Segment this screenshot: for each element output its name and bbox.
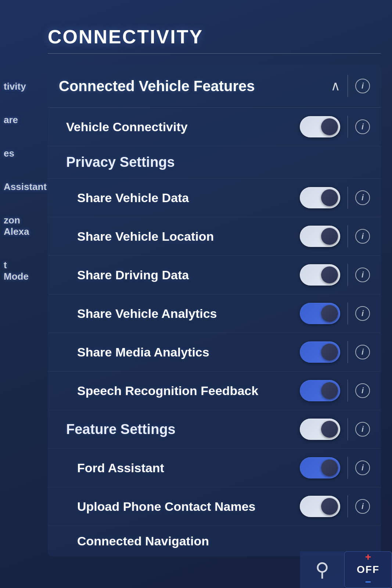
info-icon-ford-assistant[interactable]: i [355, 460, 370, 475]
row-share-vehicle-analytics: Share Vehicle Analytics i [48, 294, 381, 333]
minus-icon: − [365, 577, 371, 587]
row-feature-settings-header: Feature Settings i [48, 410, 381, 449]
steering-wheel-icon: ⚲ [315, 559, 329, 581]
info-icon-share-media-analytics[interactable]: i [355, 345, 370, 359]
toggle-knob [321, 305, 338, 322]
v-divider [348, 341, 348, 363]
info-icon-feature-settings[interactable]: i [355, 422, 370, 437]
v-divider [348, 225, 348, 247]
chevron-up-icon[interactable]: ∧ [331, 78, 340, 94]
toggle-knob [321, 189, 338, 206]
off-button[interactable]: + OFF − [344, 551, 392, 588]
controls-speech-recognition-feedback: i [300, 380, 370, 402]
toggle-speech-recognition-feedback[interactable] [300, 380, 340, 401]
controls-share-media-analytics: i [300, 341, 370, 363]
v-divider [348, 264, 348, 286]
controls-feature-settings: i [300, 418, 370, 440]
label-ford-assistant: Ford Assistant [77, 461, 164, 475]
label-vehicle-connectivity: Vehicle Connectivity [66, 120, 188, 134]
row-ford-assistant: Ford Assistant i [48, 449, 381, 487]
info-icon-share-vehicle-location[interactable]: i [355, 229, 370, 244]
row-upload-phone-contact-names: Upload Phone Contact Names i [48, 487, 381, 526]
sidebar-item-assistant[interactable]: Assistant [4, 181, 29, 193]
vertical-divider [348, 75, 348, 97]
v-divider [348, 457, 348, 479]
toggle-knob [321, 228, 338, 245]
label-upload-phone-contact-names: Upload Phone Contact Names [77, 499, 256, 514]
screen: tivity are es Assistant zon Alexa t Mode… [0, 0, 392, 588]
label-privacy-settings: Privacy Settings [66, 154, 175, 170]
toggle-knob [321, 421, 338, 438]
controls-share-vehicle-analytics: i [300, 302, 370, 325]
toggle-share-vehicle-analytics[interactable] [300, 303, 340, 324]
section-controls: ∧ i [331, 75, 370, 97]
sidebar-item-connectivity[interactable]: tivity [4, 81, 29, 92]
toggle-share-vehicle-data[interactable] [300, 187, 340, 208]
toggle-share-media-analytics[interactable] [300, 341, 340, 363]
v-divider [348, 302, 348, 325]
plus-icon: + [365, 552, 371, 562]
main-content: CONNECTIVITY Connected Vehicle Features … [40, 15, 392, 556]
label-share-driving-data: Share Driving Data [77, 268, 189, 282]
row-share-vehicle-data: Share Vehicle Data i [48, 179, 381, 217]
controls-vehicle-connectivity: i [300, 116, 370, 138]
steering-wheel-button[interactable]: ⚲ [300, 551, 344, 588]
info-icon-vehicle-connectivity[interactable]: i [355, 119, 370, 134]
v-divider [348, 495, 348, 517]
toggle-knob [321, 344, 338, 361]
controls-upload-phone-contact-names: i [300, 495, 370, 517]
v-divider [348, 187, 348, 209]
sidebar-item-mode[interactable]: t Mode [4, 259, 29, 282]
info-icon-share-driving-data[interactable]: i [355, 268, 370, 282]
toggle-upload-phone-contact-names[interactable] [300, 496, 340, 517]
page-title: CONNECTIVITY [48, 26, 381, 54]
sidebar-item-are[interactable]: are [4, 114, 29, 126]
label-share-vehicle-data: Share Vehicle Data [77, 191, 189, 205]
controls-share-vehicle-location: i [300, 225, 370, 247]
toggle-vehicle-connectivity[interactable] [300, 116, 340, 137]
info-icon-upload-phone[interactable]: i [355, 499, 370, 514]
toggle-share-driving-data[interactable] [300, 264, 340, 286]
toggle-ford-assistant[interactable] [300, 457, 340, 478]
row-share-media-analytics: Share Media Analytics i [48, 333, 381, 372]
section-header-connected-vehicle: Connected Vehicle Features ∧ i [48, 65, 381, 108]
label-connected-navigation: Connected Navigation [77, 534, 209, 548]
sidebar: tivity are es Assistant zon Alexa t Mode [0, 74, 33, 290]
controls-ford-assistant: i [300, 457, 370, 479]
row-vehicle-connectivity: Vehicle Connectivity i [48, 108, 381, 146]
info-icon-share-vehicle-analytics[interactable]: i [355, 306, 370, 321]
row-speech-recognition-feedback: Speech Recognition Feedback i [48, 372, 381, 410]
label-share-media-analytics: Share Media Analytics [77, 345, 209, 359]
section-title-connected-vehicle: Connected Vehicle Features [59, 78, 255, 94]
label-share-vehicle-location: Share Vehicle Location [77, 229, 214, 244]
info-icon-speech-recognition[interactable]: i [355, 383, 370, 398]
sidebar-item-es[interactable]: es [4, 148, 29, 159]
sidebar-item-alexa[interactable]: zon Alexa [4, 215, 29, 237]
bottom-bar: ⚲ + OFF − [300, 551, 392, 588]
v-divider [348, 116, 348, 138]
toggle-knob [321, 498, 338, 515]
label-speech-recognition-feedback: Speech Recognition Feedback [77, 384, 258, 398]
toggle-share-vehicle-location[interactable] [300, 226, 340, 247]
v-divider [348, 380, 348, 402]
toggle-knob [321, 459, 338, 476]
off-label: OFF [357, 564, 380, 576]
v-divider [348, 418, 348, 440]
controls-share-vehicle-data: i [300, 187, 370, 209]
section-connected-vehicle-features: Connected Vehicle Features ∧ i Vehicle C… [48, 65, 381, 556]
toggle-knob [321, 118, 338, 135]
toggle-knob [321, 266, 338, 283]
info-icon-connected-vehicle[interactable]: i [355, 79, 370, 93]
label-feature-settings: Feature Settings [66, 422, 176, 437]
row-privacy-settings-label: Privacy Settings [48, 146, 381, 179]
info-icon-share-vehicle-data[interactable]: i [355, 190, 370, 205]
toggle-knob [321, 382, 338, 399]
label-share-vehicle-analytics: Share Vehicle Analytics [77, 306, 217, 321]
toggle-feature-settings[interactable] [300, 419, 340, 440]
row-share-driving-data: Share Driving Data i [48, 256, 381, 294]
controls-share-driving-data: i [300, 264, 370, 286]
row-share-vehicle-location: Share Vehicle Location i [48, 217, 381, 256]
